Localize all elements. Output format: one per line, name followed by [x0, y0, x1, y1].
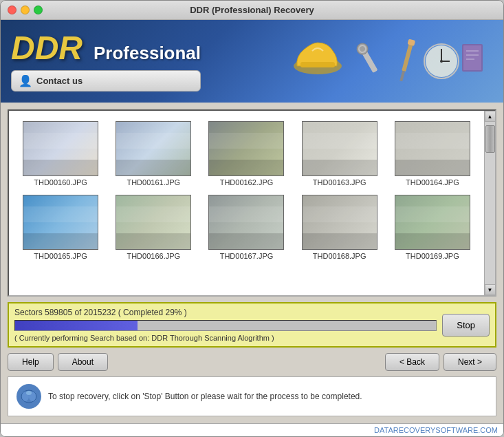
photo-label-5: THD00165.JPG [34, 252, 87, 260]
photo-label-0: THD00160.JPG [34, 178, 87, 186]
ddr-logo-text: DDR [11, 32, 83, 65]
svg-rect-7 [407, 39, 415, 46]
nav-right-buttons: < Back Next > [385, 353, 496, 371]
photo-item-4[interactable]: THD00164.JPG [391, 121, 474, 186]
info-message: To stop recovery, click on 'Stop' Button… [48, 392, 362, 401]
photo-thumb-1 [116, 121, 191, 176]
photo-thumb-8 [302, 195, 377, 250]
photo-thumb-5 [23, 195, 98, 250]
progress-left: Sectors 589805 of 2015232 ( Completed 29… [14, 308, 437, 342]
progress-sectors-text: Sectors 589805 of 2015232 ( Completed 29… [14, 308, 437, 317]
photo-label-9: THD00169.JPG [406, 252, 459, 260]
helmet-icon [290, 37, 345, 85]
window-title: DDR (Professional) Recovery [190, 5, 314, 15]
photo-grid-container: THD00160.JPGTHD00161.JPGTHD00162.JPGTHD0… [8, 109, 496, 297]
bottom-left-buttons: Help About [8, 353, 108, 371]
svg-rect-1 [300, 62, 335, 67]
photo-thumb-7 [208, 195, 284, 250]
progress-bar [15, 321, 138, 330]
minimize-button[interactable] [21, 6, 30, 14]
scrollbar[interactable]: ▲ ▼ [484, 111, 495, 295]
logo-area: DDR Professional 👤 Contact us [11, 32, 201, 92]
svg-rect-6 [399, 71, 405, 82]
help-button[interactable]: Help [8, 353, 54, 371]
scroll-track [485, 122, 495, 284]
scroll-thumb[interactable] [485, 125, 495, 153]
about-button[interactable]: About [58, 353, 108, 371]
header-banner: DDR Professional 👤 Contact us [1, 20, 503, 103]
photo-label-8: THD00168.JPG [313, 252, 366, 260]
back-button[interactable]: < Back [385, 353, 439, 371]
photo-thumb-4 [395, 121, 470, 176]
photo-label-1: THD00161.JPG [127, 178, 180, 186]
professional-text: Professional [94, 43, 201, 64]
svg-rect-14 [463, 45, 481, 70]
photo-label-4: THD00164.JPG [406, 178, 459, 186]
next-button[interactable]: Next > [443, 353, 496, 371]
photo-item-7[interactable]: THD00167.JPG [205, 195, 287, 260]
photo-item-1[interactable]: THD00161.JPG [112, 121, 195, 186]
photo-label-6: THD00166.JPG [127, 252, 180, 260]
stop-button[interactable]: Stop [442, 314, 490, 337]
photo-item-2[interactable]: THD00162.JPG [205, 121, 287, 186]
contact-us-button[interactable]: 👤 Contact us [11, 70, 201, 92]
contact-icon: 👤 [19, 74, 32, 87]
maximize-button[interactable] [34, 6, 43, 14]
main-window: DDR (Professional) Recovery DDR Professi… [0, 0, 504, 437]
photo-item-3[interactable]: THD00163.JPG [298, 121, 381, 186]
photo-item-8[interactable]: THD00168.JPG [298, 195, 381, 260]
svg-point-21 [26, 391, 32, 395]
tools-icon [352, 37, 490, 85]
photo-item-5[interactable]: THD00165.JPG [19, 195, 102, 260]
main-content: THD00160.JPGTHD00161.JPGTHD00162.JPGTHD0… [1, 103, 503, 423]
info-icon [17, 384, 41, 409]
photo-item-0[interactable]: THD00160.JPG [19, 121, 102, 186]
photo-thumb-0 [23, 121, 98, 176]
footer-url: DATARECOVERYSOFTWARE.COM [374, 426, 498, 434]
photo-thumb-6 [116, 195, 191, 250]
progress-area: Sectors 589805 of 2015232 ( Completed 29… [8, 302, 496, 348]
svg-point-12 [440, 60, 443, 63]
footer: DATARECOVERYSOFTWARE.COM [1, 423, 503, 436]
scroll-down-arrow[interactable]: ▼ [485, 284, 496, 295]
progress-bar-container [14, 320, 437, 331]
titlebar: DDR (Professional) Recovery [1, 1, 503, 20]
info-box: To stop recovery, click on 'Stop' Button… [8, 376, 496, 416]
bottom-buttons: Help About < Back Next > [8, 353, 496, 371]
photo-thumb-9 [395, 195, 470, 250]
photo-label-3: THD00163.JPG [313, 178, 366, 186]
photo-item-6[interactable]: THD00166.JPG [112, 195, 195, 260]
header-icons [290, 37, 490, 85]
header-left: DDR Professional 👤 Contact us [1, 32, 201, 92]
photo-label-2: THD00162.JPG [220, 178, 274, 186]
window-controls [8, 6, 43, 14]
photo-thumb-2 [208, 121, 284, 176]
contact-label: Contact us [36, 76, 83, 86]
close-button[interactable] [8, 6, 17, 14]
photo-label-7: THD00167.JPG [220, 252, 274, 260]
photo-thumb-3 [302, 121, 377, 176]
photo-item-9[interactable]: THD00169.JPG [391, 195, 474, 260]
progress-scan-text: ( Currently performing Search based on: … [14, 334, 437, 342]
photo-grid: THD00160.JPGTHD00161.JPGTHD00162.JPGTHD0… [9, 111, 484, 295]
scroll-up-arrow[interactable]: ▲ [485, 111, 496, 122]
